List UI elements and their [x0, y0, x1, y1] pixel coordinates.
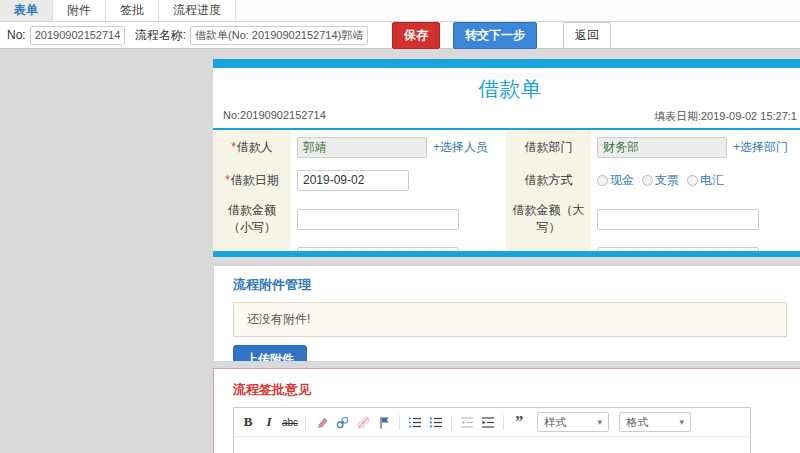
pay-method-label: 借款方式	[525, 173, 573, 187]
table-row: *借款日期 借款方式 现金 支票 电汇	[213, 164, 800, 196]
top-toolbar: No: 流程名称: 保存 转交下一步 返回	[0, 22, 800, 49]
amount-big-label-cell: 借款金额（大写）	[506, 196, 591, 242]
loan-date-label-cell: *借款日期	[213, 164, 291, 196]
chevron-down-icon: ▾	[598, 417, 603, 427]
amount-big-value-cell	[591, 196, 800, 242]
amount-small-input[interactable]	[297, 209, 459, 230]
ordered-list-icon[interactable]	[407, 414, 423, 430]
style-select-label: 样式	[544, 415, 566, 430]
editor-toolbar: B I abc	[234, 408, 750, 437]
amount-small-value-cell	[291, 196, 506, 242]
tab-attachments[interactable]: 附件	[53, 0, 106, 21]
format-select[interactable]: 格式 ▾	[619, 412, 691, 432]
form-date-text: 填表日期:2019-09-02 15:27:1	[654, 109, 797, 124]
upload-attachment-button[interactable]: 上传附件	[233, 345, 307, 362]
borrower-label-cell: *借款人	[213, 130, 291, 164]
radio-wire[interactable]: 电汇	[687, 172, 724, 189]
toolbar-separator	[399, 415, 400, 430]
dept-input[interactable]	[597, 137, 727, 158]
radio-cheque[interactable]: 支票	[642, 172, 679, 189]
chevron-down-icon: ▾	[680, 417, 685, 427]
radio-cash[interactable]: 现金	[597, 172, 634, 189]
amount-big-input[interactable]	[597, 209, 759, 230]
blockquote-icon[interactable]: ”	[511, 414, 527, 430]
attachments-panel: 流程附件管理 还没有附件! 上传附件	[213, 265, 800, 362]
toolbar-separator	[503, 415, 504, 430]
panel-bottom-accent-bar	[213, 251, 800, 257]
flow-name-input[interactable]	[190, 26, 368, 45]
outdent-icon[interactable]	[459, 414, 475, 430]
unlink-icon[interactable]	[355, 414, 371, 430]
dept-value-cell: +选择部门	[591, 130, 800, 164]
table-row: 借款金额（小写） 借款金额（大写）	[213, 196, 800, 242]
editor-content-area[interactable]	[234, 437, 750, 453]
radio-cheque-label: 支票	[655, 172, 679, 189]
link-icon[interactable]	[334, 414, 350, 430]
tab-form[interactable]: 表单	[0, 0, 53, 21]
flag-anchor-icon[interactable]	[376, 414, 392, 430]
tab-flow-progress[interactable]: 流程进度	[159, 0, 236, 21]
loan-date-value-cell	[291, 164, 506, 196]
dept-label-cell: 借款部门	[506, 130, 591, 164]
radio-cash-label: 现金	[610, 172, 634, 189]
pay-method-value-cell: 现金 支票 电汇	[591, 164, 800, 196]
choose-person-link[interactable]: +选择人员	[433, 140, 488, 154]
tab-signoff[interactable]: 签批	[106, 0, 159, 21]
save-button[interactable]: 保存	[392, 22, 440, 49]
radio-circle-icon[interactable]	[687, 175, 698, 186]
loan-date-label: 借款日期	[231, 173, 279, 187]
amount-big-label: 借款金额（大写）	[513, 203, 585, 234]
remove-format-icon[interactable]	[313, 414, 329, 430]
no-input[interactable]	[30, 26, 125, 45]
forward-next-step-button[interactable]: 转交下一步	[453, 22, 537, 49]
rich-text-editor: B I abc	[233, 407, 751, 453]
amount-small-label: 借款金额（小写）	[228, 203, 276, 234]
strikethrough-icon[interactable]: abc	[282, 414, 298, 430]
toolbar-separator	[451, 415, 452, 430]
borrower-label: 借款人	[237, 140, 273, 154]
radio-circle-icon[interactable]	[642, 175, 653, 186]
choose-dept-link[interactable]: +选择部门	[733, 140, 788, 154]
signoff-panel: 流程签批意见 B I abc	[213, 368, 800, 453]
required-asterisk: *	[225, 173, 230, 187]
indent-icon[interactable]	[480, 414, 496, 430]
borrower-input[interactable]	[297, 137, 427, 158]
dept-label: 借款部门	[525, 140, 573, 154]
borrower-value-cell: +选择人员	[291, 130, 506, 164]
pay-method-radio-group: 现金 支票 电汇	[597, 172, 800, 189]
signoff-heading: 流程签批意见	[214, 369, 800, 407]
italic-icon[interactable]: I	[261, 414, 277, 430]
format-select-label: 格式	[626, 415, 648, 430]
loan-date-input[interactable]	[297, 170, 409, 191]
flow-name-label: 流程名称:	[135, 27, 186, 44]
loan-form-panel: 借款单 No:20190902152714 填表日期:2019-09-02 15…	[213, 59, 800, 257]
panel-top-accent-bar	[213, 59, 800, 68]
style-select[interactable]: 样式 ▾	[537, 412, 609, 432]
back-button[interactable]: 返回	[563, 22, 611, 49]
amount-small-label-cell: 借款金额（小写）	[213, 196, 291, 242]
required-asterisk: *	[231, 140, 236, 154]
radio-circle-icon[interactable]	[597, 175, 608, 186]
table-row: *借款人 +选择人员 借款部门 +选择部门	[213, 130, 800, 164]
form-no-text: No:20190902152714	[223, 109, 326, 124]
bullet-list-icon[interactable]	[428, 414, 444, 430]
tab-bar: 表单 附件 签批 流程进度	[0, 0, 800, 22]
radio-wire-label: 电汇	[700, 172, 724, 189]
form-meta-row: No:20190902152714 填表日期:2019-09-02 15:27:…	[213, 106, 800, 128]
no-label: No:	[7, 28, 26, 42]
form-title: 借款单	[213, 68, 800, 106]
no-attachments-notice: 还没有附件!	[233, 302, 787, 337]
pay-method-label-cell: 借款方式	[506, 164, 591, 196]
bold-icon[interactable]: B	[240, 414, 256, 430]
loan-form-table: *借款人 +选择人员 借款部门 +选择部门 *借款日期 借款方式 现金 支票	[213, 130, 800, 257]
attachments-heading: 流程附件管理	[214, 266, 800, 294]
toolbar-separator	[305, 415, 306, 430]
